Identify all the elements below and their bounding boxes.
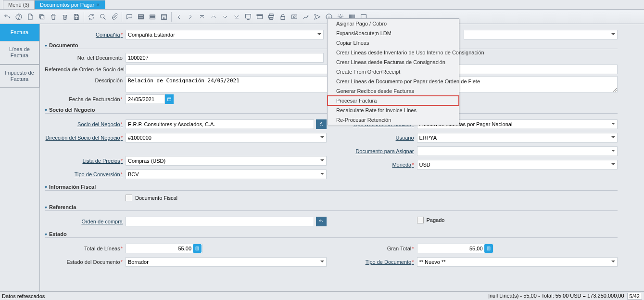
svg-rect-7 xyxy=(139,14,144,16)
select-bp-addr[interactable]: #1000000 xyxy=(126,133,327,143)
zoom-across-button[interactable] xyxy=(289,12,300,22)
menu-item-crear-fact-consignacion[interactable]: Crear Lineas desde Facturas de Consignac… xyxy=(328,57,459,67)
attachment-button[interactable] xyxy=(109,12,120,22)
svg-rect-12 xyxy=(150,18,155,19)
svg-rect-15 xyxy=(246,14,251,18)
record-tabs-sidebar: Factura Línea de Factura Impuesto de Fac… xyxy=(0,24,40,291)
calculator-icon[interactable] xyxy=(484,244,493,253)
grid-lines-button[interactable] xyxy=(147,12,158,22)
menu-item-crear-orden-flete[interactable]: Crear Líneas de Documento por Pagar desd… xyxy=(328,77,459,86)
select-usuario[interactable]: ERPYA xyxy=(417,133,618,143)
svg-rect-16 xyxy=(257,15,263,19)
label-doc-assign[interactable]: Documento para Asignar xyxy=(336,148,415,154)
tab-menu[interactable]: Menú (3) xyxy=(3,0,35,9)
input-bp[interactable] xyxy=(126,119,314,129)
input-orden-compra[interactable] xyxy=(126,217,314,226)
org-select[interactable] xyxy=(464,30,618,39)
checkbox-icon xyxy=(126,195,132,201)
select-moneda[interactable]: USD xyxy=(417,160,618,170)
input-total-lineas[interactable] xyxy=(126,244,202,253)
sidebar-item-factura[interactable]: Factura xyxy=(0,24,39,41)
undo-button[interactable] xyxy=(2,12,13,22)
section-referencia[interactable]: ▾ Referencia xyxy=(45,204,618,211)
input-gran-total[interactable] xyxy=(417,244,494,253)
menu-item-copiar-lineas[interactable]: Copiar Líneas xyxy=(328,38,459,48)
sidebar-item-impuesto-factura[interactable]: Impuesto de Factura xyxy=(0,65,39,88)
orden-compra-reset-button[interactable] xyxy=(316,217,327,226)
menu-item-expansion-ldm[interactable]: Expansi&oacute;n LDM xyxy=(328,28,459,38)
chat-button[interactable] xyxy=(124,12,135,22)
checkbox-pagado[interactable]: Pagado xyxy=(417,217,445,223)
down-record-button[interactable] xyxy=(220,12,230,22)
main-area: Factura Línea de Factura Impuesto de Fac… xyxy=(0,24,644,291)
section-fiscal[interactable]: ▾ Información Fiscal xyxy=(45,184,618,191)
menu-item-generar-recibos[interactable]: Generar Recibos desde Facturas xyxy=(328,86,459,96)
menu-item-asignar-pago[interactable]: Asignar Pago / Cobro xyxy=(328,19,459,28)
refresh-button[interactable] xyxy=(86,12,97,22)
bp-info-button[interactable] xyxy=(316,119,327,129)
label-usuario[interactable]: Usuario xyxy=(336,135,415,141)
calculator-icon[interactable] xyxy=(193,244,202,253)
menu-item-crear-inv-consignacion[interactable]: Crear Lineas desde Inventario de Uso Int… xyxy=(328,48,459,57)
search-button[interactable] xyxy=(98,12,108,22)
delete-button[interactable] xyxy=(48,12,59,22)
menu-item-recalculate-rate[interactable]: Recalculate Rate for Invoice Lines xyxy=(328,105,459,115)
input-no-doc[interactable] xyxy=(126,53,324,63)
svg-rect-20 xyxy=(270,17,273,19)
label-company[interactable]: Compañía xyxy=(45,32,124,38)
label-bp[interactable]: Socio del Negocio xyxy=(45,121,124,127)
svg-point-23 xyxy=(293,16,295,18)
section-title: Información Fiscal xyxy=(49,184,96,190)
select-price-list[interactable]: Compras (USD) xyxy=(126,156,327,166)
lock-button[interactable] xyxy=(278,12,288,22)
first-record-button[interactable] xyxy=(197,12,207,22)
label-conv-type[interactable]: Tipo de Conversión xyxy=(45,171,124,177)
label-tipo-doc[interactable]: Tipo de Documento xyxy=(336,259,415,265)
svg-rect-11 xyxy=(150,16,155,17)
select-tipo-doc[interactable]: ** Nuevo ** xyxy=(417,257,618,267)
print-button[interactable] xyxy=(266,12,277,22)
input-inv-date[interactable] xyxy=(126,94,165,104)
menu-item-create-from-order[interactable]: Create From Order/Receipt xyxy=(328,67,459,77)
sidebar-item-label: Impuesto de Factura xyxy=(2,70,37,82)
label-orden-compra[interactable]: Orden de compra xyxy=(45,219,124,224)
sidebar-item-linea-factura[interactable]: Línea de Factura xyxy=(0,41,39,64)
menu-item-reprocesar-retencion[interactable]: Re-Procesar Retención xyxy=(328,115,459,125)
label-description: Descripción xyxy=(45,76,124,83)
delete-selection-button[interactable] xyxy=(60,12,70,22)
collapse-icon: ▾ xyxy=(45,43,47,48)
svg-rect-9 xyxy=(139,18,144,19)
tab-documentos-por-pagar[interactable]: Documentos por Pagar ✕ xyxy=(35,0,105,9)
next-record-button[interactable] xyxy=(185,12,196,22)
date-invoice[interactable] xyxy=(126,94,174,104)
select-estado-doc[interactable]: Borrador xyxy=(126,257,327,267)
up-record-button[interactable] xyxy=(208,12,219,22)
prev-record-button[interactable] xyxy=(174,12,184,22)
report-button[interactable] xyxy=(243,12,253,22)
new-button[interactable] xyxy=(25,12,36,22)
company-select[interactable]: Compañía Estándar xyxy=(126,30,324,39)
svg-rect-21 xyxy=(281,16,285,19)
last-record-button[interactable] xyxy=(231,12,242,22)
label-ref-order: Referencia de Orden de Socio del Negocio xyxy=(45,66,124,72)
request-button[interactable] xyxy=(312,12,323,22)
label-bp-addr[interactable]: Dirección del Socio del Negocio xyxy=(45,135,124,141)
toggle-view-button[interactable] xyxy=(136,12,146,22)
menu-item-procesar-factura[interactable]: Procesar Factura xyxy=(328,96,459,105)
workflow-button[interactable] xyxy=(301,12,311,22)
calendar-icon[interactable] xyxy=(165,94,174,104)
copy-button[interactable] xyxy=(37,12,47,22)
label-price-list[interactable]: Lista de Precios xyxy=(45,158,124,164)
select-conv-type[interactable]: BCV xyxy=(126,170,327,179)
help-button[interactable] xyxy=(13,12,24,22)
checkbox-doc-fiscal[interactable]: Documento Fiscal xyxy=(126,195,177,201)
calendar-button[interactable]: 31 xyxy=(159,12,169,22)
tab-close-icon[interactable]: ✕ xyxy=(96,2,100,7)
label-moneda[interactable]: Moneda xyxy=(336,162,415,168)
label-no-doc: No. del Documento xyxy=(45,55,124,61)
section-estado[interactable]: ▾ Estado xyxy=(45,231,618,238)
save-button[interactable] xyxy=(71,12,82,22)
select-doc-assign[interactable] xyxy=(417,146,618,156)
archive-button[interactable] xyxy=(254,12,265,22)
collapse-icon: ▾ xyxy=(45,205,47,210)
